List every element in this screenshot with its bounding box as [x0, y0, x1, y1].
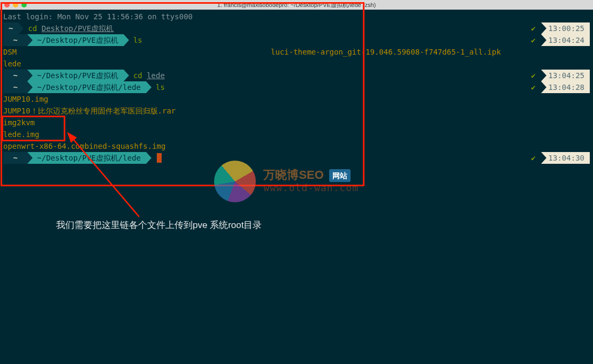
timestamp: 13:00:25 [541, 22, 590, 34]
chevron-right-icon [146, 81, 151, 93]
path-segment: ~ [3, 22, 18, 34]
watermark-url: www.old-wan.com [263, 182, 359, 194]
output-line: lede [3, 58, 590, 70]
watermark: 万晓博SEO 网站 www.old-wan.com [214, 161, 391, 202]
titlebar: 1. francis@maxisobodepro: ~/Desktop/PVE虚… [0, 0, 593, 10]
window-title: 1. francis@maxisobodepro: ~/Desktop/PVE虚… [0, 0, 593, 11]
chevron-right-icon [124, 70, 129, 81]
cursor [157, 153, 162, 163]
check-icon: ✔ [531, 22, 535, 34]
prompt-line: ~ cd Desktop/PVE虚拟机 ✔ 13:00:25 [3, 22, 590, 34]
path-home-segment: ~ [3, 81, 27, 93]
watermark-badge: 网站 [329, 169, 351, 182]
path-segment: ~/Desktop/PVE虚拟机/lede [27, 81, 146, 93]
path-segment: ~/Desktop/PVE虚拟机 [27, 70, 124, 81]
output-line: lede.img [3, 128, 590, 140]
terminal-content[interactable]: Last login: Mon Nov 25 11:56:36 on ttys0… [0, 10, 593, 165]
command-text: ls [133, 34, 142, 46]
prompt-line-current[interactable]: ~ ~/Desktop/PVE虚拟机/lede ✔ 13:04:30 [3, 152, 590, 164]
command-text: ls [156, 81, 165, 93]
chevron-right-icon [18, 22, 24, 34]
path-home-segment: ~ [3, 70, 27, 81]
chevron-right-icon [124, 34, 129, 46]
watermark-logo-icon [214, 161, 256, 202]
watermark-title: 万晓博SEO [263, 168, 323, 181]
timestamp: 13:04:28 [541, 81, 590, 93]
path-home-segment: ~ [3, 152, 27, 164]
last-login-text: Last login: Mon Nov 25 11:56:36 on ttys0… [3, 11, 193, 22]
output-line: JUMP10.img [3, 93, 590, 105]
output-line: DSM luci-theme-argon_git-19.046.59608-f7… [3, 46, 590, 58]
path-segment: ~/Desktop/PVE虚拟机 [27, 34, 124, 46]
path-segment: ~/Desktop/PVE虚拟机/lede [27, 152, 146, 164]
prompt-line: ~ ~/Desktop/PVE虚拟机 ls ✔ 13:04:24 [3, 34, 590, 46]
chevron-right-icon [146, 152, 151, 164]
annotation-caption: 我们需要把这里链各个文件上传到pve 系统root目录 [56, 219, 262, 231]
command-text: cd lede [133, 70, 165, 81]
command-text: cd Desktop/PVE虚拟机 [28, 22, 113, 34]
check-icon: ✔ [531, 34, 535, 46]
check-icon: ✔ [531, 81, 535, 93]
path-home-segment: ~ [3, 34, 27, 46]
output-line: openwrt-x86-64.combined-squashfs.img [3, 140, 590, 152]
prompt-line: ~ ~/Desktop/PVE虚拟机 cd lede ✔ 13:04:25 [3, 70, 590, 81]
last-login-line: Last login: Mon Nov 25 11:56:36 on ttys0… [3, 11, 590, 22]
prompt-line: ~ ~/Desktop/PVE虚拟机/lede ls ✔ 13:04:28 [3, 81, 590, 93]
output-line: img2kvm [3, 117, 590, 128]
timestamp: 13:04:25 [541, 70, 590, 81]
check-icon: ✔ [531, 70, 535, 81]
timestamp: 13:04:30 [541, 152, 590, 164]
timestamp: 13:04:24 [541, 34, 590, 46]
output-line: JUMP10！比尔迈克粉丝专用固件老军医回归版.rar [3, 105, 590, 117]
check-icon: ✔ [531, 152, 535, 164]
